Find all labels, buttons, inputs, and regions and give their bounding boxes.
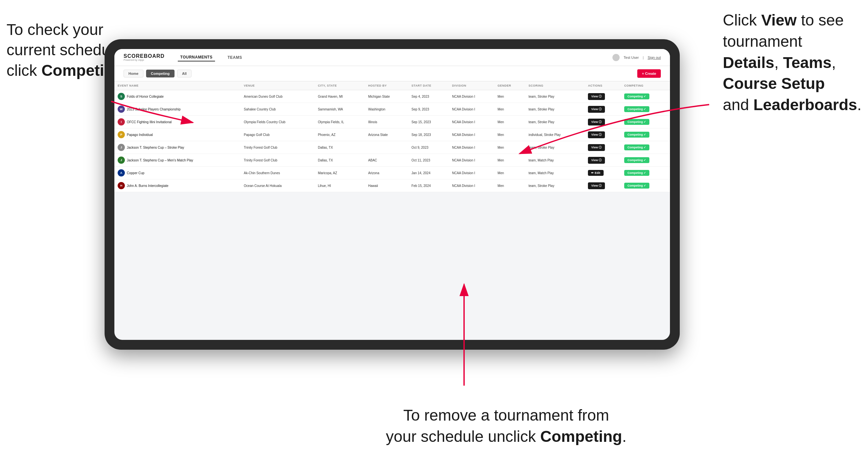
col-actions: ACTIONS [585,82,621,90]
cell-venue: American Dunes Golf Club [241,90,315,103]
view-button[interactable]: View ⓘ [588,106,605,113]
cell-division: NCAA Division I [449,167,494,179]
cell-city-state: Sammamish, WA [315,103,365,116]
col-competing: COMPETING [621,82,670,90]
cell-scoring: team, Match Play [525,167,585,179]
cell-hosted-by: Hawaii [365,179,408,192]
cell-city-state: Phoenix, AZ [315,128,365,141]
competing-button[interactable]: Competing ✓ [624,119,650,125]
col-city-state: CITY, STATE [315,82,365,90]
team-logo: H [118,182,125,189]
team-logo: J [118,144,125,151]
cell-gender: Men [494,128,526,141]
cell-venue: Sahalee Country Club [241,103,315,116]
cell-start-date: Sep 15, 2023 [408,116,449,128]
event-name-cell: J Jackson T. Stephens Cup – Men's Match … [114,154,241,167]
cell-division: NCAA Division I [449,90,494,103]
cell-scoring: team, Stroke Play [525,179,585,192]
col-hosted-by: HOSTED BY [365,82,408,90]
view-button[interactable]: View ⓘ [588,182,605,189]
annotation-tr-line5: and Leaderboards. [723,94,862,116]
tablet-screen: SCOREBOARD Powered by clippi TOURNAMENTS… [114,49,670,340]
event-name-cell: P Papago Individual [114,128,241,141]
cell-city-state: Grand Haven, MI [315,90,365,103]
cell-venue: Olympia Fields Country Club [241,116,315,128]
cell-start-date: Jan 14, 2024 [408,167,449,179]
event-name-cell: W 2023 Sahalee Players Championship [114,103,241,116]
filter-home-btn[interactable]: Home [124,70,144,77]
cell-hosted-by: Michigan State [365,90,408,103]
annotation-tr-line3: Details, Teams, [723,52,862,73]
competing-button[interactable]: Competing ✓ [624,183,650,189]
competing-cell: Competing ✓ [621,90,670,103]
cell-venue: Trinity Forest Golf Club [241,154,315,167]
table-header: EVENT NAME VENUE CITY, STATE HOSTED BY S… [114,82,670,90]
event-name-cell: H John A. Burns Intercollegiate [114,179,241,192]
cell-city-state: Dallas, TX [315,141,365,154]
view-button[interactable]: View ⓘ [588,93,605,100]
tournaments-table: EVENT NAME VENUE CITY, STATE HOSTED BY S… [114,82,670,192]
competing-button[interactable]: Competing ✓ [624,170,650,176]
annotation-bottom-line2: your schedule unclick Competing. [386,426,626,447]
event-name-cell: S Folds of Honor Collegiate [114,90,241,103]
signout-link[interactable]: Sign out [648,56,661,60]
cell-gender: Men [494,141,526,154]
competing-cell: Competing ✓ [621,167,670,179]
team-logo: W [118,105,125,113]
nav-teams[interactable]: TEAMS [225,54,245,61]
event-name: John A. Burns Intercollegiate [127,184,168,188]
team-logo: S [118,93,125,100]
view-button[interactable]: View ⓘ [588,131,605,138]
competing-button[interactable]: Competing ✓ [624,145,650,150]
cell-city-state: Dallas, TX [315,154,365,167]
edit-button[interactable]: ✏ Edit [588,170,603,176]
col-start-date: START DATE [408,82,449,90]
actions-cell: View ⓘ [585,116,621,128]
cell-scoring: team, Stroke Play [525,103,585,116]
cell-venue: Ocean Course At Hokuala [241,179,315,192]
cell-start-date: Sep 18, 2023 [408,128,449,141]
view-button[interactable]: View ⓘ [588,119,605,125]
cell-division: NCAA Division I [449,103,494,116]
cell-scoring: team, Match Play [525,154,585,167]
team-logo: I [118,118,125,125]
actions-cell: View ⓘ [585,154,621,167]
table-row: I OFCC Fighting Illini Invitational Olym… [114,116,670,128]
competing-button[interactable]: Competing ✓ [624,157,650,163]
nav-tournaments[interactable]: TOURNAMENTS [178,54,215,61]
cell-hosted-by: ABAC [365,154,408,167]
actions-cell: View ⓘ [585,179,621,192]
cell-division: NCAA Division I [449,179,494,192]
cell-division: NCAA Division I [449,128,494,141]
competing-cell: Competing ✓ [621,154,670,167]
table-row: J Jackson T. Stephens Cup – Stroke Play … [114,141,670,154]
cell-gender: Men [494,167,526,179]
cell-hosted-by: Arizona [365,167,408,179]
annotation-tr-line4: Course Setup [723,73,862,94]
view-button[interactable]: View ⓘ [588,157,605,164]
cell-scoring: team, Stroke Play [525,141,585,154]
competing-button[interactable]: Competing ✓ [624,93,650,99]
cell-hosted-by: Arizona State [365,128,408,141]
cell-start-date: Sep 4, 2023 [408,90,449,103]
event-name: Jackson T. Stephens Cup – Men's Match Pl… [127,158,193,162]
competing-button[interactable]: Competing ✓ [624,106,650,112]
user-icon [613,54,620,61]
table-row: H John A. Burns Intercollegiate Ocean Co… [114,179,670,192]
filter-all-btn[interactable]: All [177,70,191,77]
competing-cell: Competing ✓ [621,179,670,192]
event-name: Jackson T. Stephens Cup – Stroke Play [127,146,184,149]
user-text: Test User [624,56,639,60]
filter-competing-btn[interactable]: Competing [146,70,175,77]
actions-cell: View ⓘ [585,90,621,103]
logo-sub: Powered by clippi [124,59,165,61]
competing-button[interactable]: Competing ✓ [624,132,650,137]
create-button[interactable]: + Create [637,69,661,78]
cell-start-date: Feb 15, 2024 [408,179,449,192]
view-button[interactable]: View ⓘ [588,144,605,151]
annotation-bottom: To remove a tournament from your schedul… [386,405,626,447]
table-row: P Papago Individual Papago Golf ClubPhoe… [114,128,670,141]
competing-cell: Competing ✓ [621,128,670,141]
cell-gender: Men [494,103,526,116]
event-name-cell: I OFCC Fighting Illini Invitational [114,116,241,128]
